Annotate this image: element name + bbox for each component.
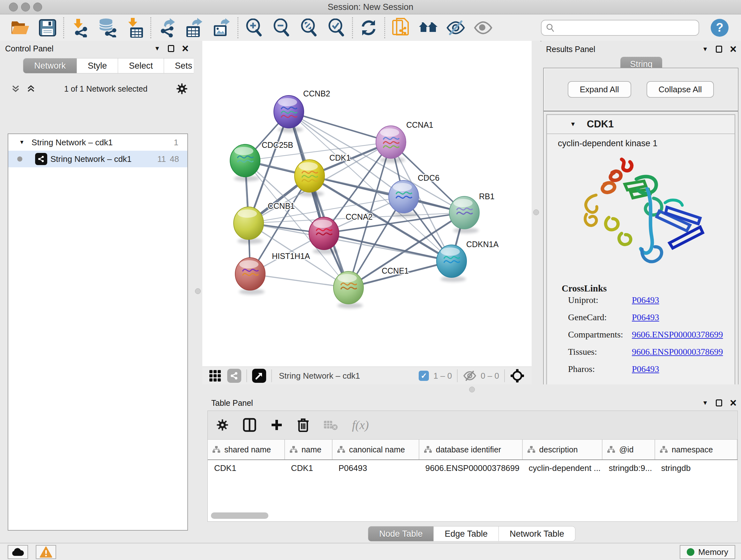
tab-network[interactable]: Network [23,58,77,73]
show-columns-icon[interactable] [243,418,256,432]
network-node-ccnb2[interactable] [274,96,304,128]
network-node-cdc25b[interactable] [230,144,260,177]
export-network-button[interactable] [153,17,181,38]
gear-icon[interactable] [176,83,188,95]
import-table-file-button[interactable] [121,17,148,38]
crosslink-link[interactable]: 9606.ENSP00000378699 [632,329,723,340]
zoom-out-button[interactable] [268,17,295,38]
column-header-shared-name[interactable]: shared name [208,440,285,460]
column-header-namespace[interactable]: namespace [655,440,737,460]
birds-eye-crosshair-icon[interactable] [510,368,525,383]
import-network-file-button[interactable] [66,17,93,38]
column-header--id[interactable]: @id [602,440,655,460]
horizontal-scrollbar-thumb[interactable] [211,512,268,519]
left-splitter[interactable] [194,41,202,543]
collapse-all-button[interactable]: Collapse All [647,81,714,98]
collapse-card-icon[interactable]: ▼ [570,121,576,128]
export-image-button[interactable] [208,17,235,38]
column-header-description[interactable]: description [522,440,603,460]
delete-column-trash-icon[interactable] [297,418,309,432]
warnings-button[interactable] [36,545,56,559]
minimize-window-button[interactable] [21,3,30,11]
panel-menu-icon[interactable]: ▼ [702,46,708,53]
network-node-cdc6[interactable] [389,180,419,213]
tab-edge-table[interactable]: Edge Table [434,526,499,542]
zoom-selected-button[interactable] [323,17,350,38]
zoom-in-button[interactable] [240,17,268,38]
app-store-button[interactable] [8,545,28,559]
table-row[interactable]: CDK1CDK1P064939606.ENSP00000378699cyclin… [208,460,737,473]
splitter-handle-icon[interactable] [533,209,539,215]
node-table[interactable]: shared namenamecanonical namedatabase id… [208,439,738,521]
zoom-fit-button[interactable] [295,17,323,38]
toolbar-search[interactable] [541,20,699,36]
panel-close-icon[interactable]: × [730,400,737,406]
network-node-ccna2[interactable] [309,217,339,250]
tab-network-table[interactable]: Network Table [499,526,576,542]
search-input[interactable] [557,23,694,33]
table-cell[interactable]: P06493 [332,460,419,473]
column-header-canonical-name[interactable]: canonical name [332,440,419,460]
panel-float-icon[interactable] [168,45,174,52]
grid-view-icon[interactable] [209,369,221,382]
table-cell[interactable]: CDK1 [285,460,332,473]
maximize-window-button[interactable] [33,3,42,11]
help-button[interactable]: ? [711,19,729,37]
table-cell[interactable]: stringdb [655,460,737,473]
home-button[interactable] [414,17,442,38]
network-tree-row[interactable]: String Network – cdk1 11 48 [8,151,187,167]
open-session-button[interactable] [6,17,34,38]
splitter-handle-icon[interactable] [195,288,201,294]
export-table-button[interactable] [181,17,208,38]
tree-expand-icon[interactable]: ▼ [19,139,24,145]
collapse-all-icon[interactable] [11,84,20,94]
table-cell[interactable]: cyclin-dependent ... [522,460,603,473]
network-share-view-icon[interactable] [227,369,241,383]
network-node-ccne1[interactable] [333,271,363,304]
horizontal-splitter[interactable] [202,384,741,395]
protein-card-header[interactable]: ▼ CDK1 [547,115,735,134]
panel-menu-icon[interactable]: ▼ [154,45,160,52]
column-header-name[interactable]: name [285,440,332,460]
tab-node-table[interactable]: Node Table [368,526,434,542]
tab-style[interactable]: Style [77,58,118,73]
network-node-ccnb1[interactable] [233,207,264,240]
expand-all-button[interactable]: Expand All [568,81,631,98]
network-node-ccna1[interactable] [376,126,406,159]
clone-network-button[interactable] [387,17,414,38]
import-network-database-button[interactable] [93,17,121,38]
add-column-icon[interactable] [270,419,283,431]
panel-float-icon[interactable] [716,399,722,407]
crosslink-link[interactable]: P06493 [632,295,659,305]
network-node-cdk1[interactable] [294,160,325,192]
crosslink-link[interactable]: 9606.ENSP00000378699 [632,347,723,357]
splitter-handle-icon[interactable] [469,387,475,392]
tab-select[interactable]: Select [118,58,164,73]
panel-close-icon[interactable]: × [182,45,189,52]
network-node-hist1h1a[interactable] [235,258,265,290]
network-tree-root-row[interactable]: ▼ String Network – cdk1 1 [8,134,187,151]
panel-close-icon[interactable]: × [730,46,737,52]
right-splitter[interactable] [532,41,540,393]
expand-all-icon[interactable] [26,84,36,94]
network-node-cdkn1a[interactable] [436,245,467,277]
table-cell[interactable]: CDK1 [208,460,285,473]
panel-float-icon[interactable] [716,46,722,53]
crosslink-link[interactable]: P06493 [632,364,659,374]
network-canvas[interactable]: CCNB2CCNA1CDC25BCDK1CDC6RB1CCNB1CCNA2CDK… [202,41,532,367]
close-window-button[interactable] [9,3,18,11]
column-header-database-identifier[interactable]: database identifier [419,440,522,460]
selected-checkbox-icon[interactable]: ✓ [419,371,429,381]
show-all-button[interactable] [469,17,497,38]
table-settings-gear-icon[interactable] [216,419,229,431]
panel-menu-icon[interactable]: ▼ [702,399,708,407]
detach-view-button[interactable] [252,369,266,383]
table-cell[interactable]: 9606.ENSP00000378699 [419,460,522,473]
network-node-rb1[interactable] [449,196,479,229]
hide-selected-button[interactable] [442,17,469,38]
hidden-eye-slash-icon[interactable] [463,370,477,381]
crosslink-link[interactable]: P06493 [632,312,659,322]
refresh-layout-button[interactable] [355,17,382,38]
table-cell[interactable]: stringdb:9... [602,460,655,473]
memory-button[interactable]: Memory [680,545,735,559]
